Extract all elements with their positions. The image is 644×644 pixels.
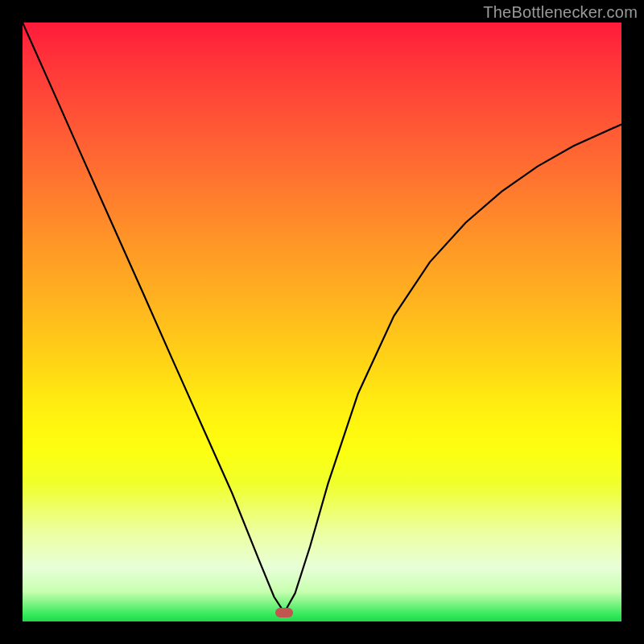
chart-frame: TheBottlenecker.com [0, 0, 644, 644]
plot-area [23, 23, 621, 621]
watermark-text: TheBottlenecker.com [483, 3, 638, 22]
bottleneck-curve [23, 23, 621, 613]
optimal-point-marker [275, 608, 293, 617]
curve-layer [23, 23, 621, 621]
